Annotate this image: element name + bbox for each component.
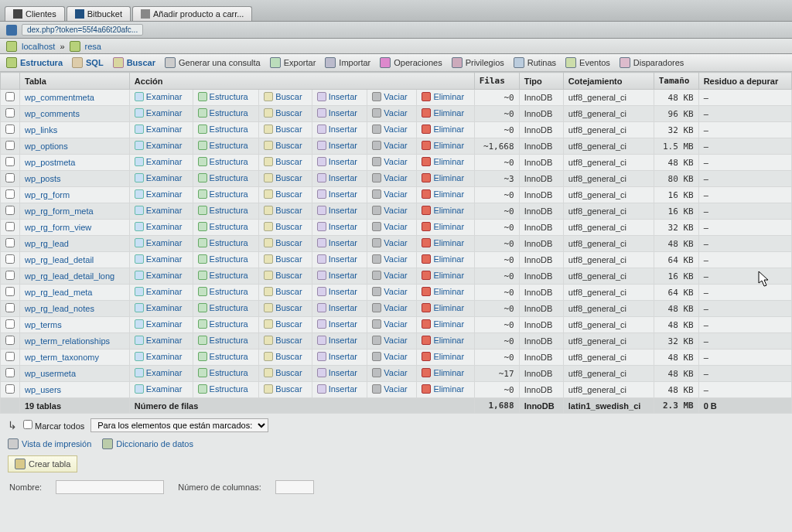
row-checkbox[interactable]: [5, 189, 15, 199]
col-collation[interactable]: Cotejamiento: [563, 73, 654, 90]
row-checkbox[interactable]: [5, 303, 15, 312]
table-name[interactable]: wp_postmeta: [20, 155, 130, 171]
action-search[interactable]: Buscar: [264, 319, 302, 329]
create-name-input[interactable]: [56, 480, 164, 494]
action-browse[interactable]: Examinar: [135, 189, 182, 199]
table-name[interactable]: wp_term_relationships: [20, 333, 130, 350]
action-insert[interactable]: Insertar: [317, 368, 357, 377]
action-drop[interactable]: Eliminar: [422, 124, 464, 134]
breadcrumb-db[interactable]: resa: [85, 42, 101, 51]
action-empty[interactable]: Vaciar: [372, 303, 407, 312]
row-checkbox[interactable]: [5, 352, 15, 361]
action-search[interactable]: Buscar: [264, 368, 302, 377]
action-empty[interactable]: Vaciar: [372, 254, 407, 264]
action-insert[interactable]: Insertar: [317, 384, 357, 394]
action-structure[interactable]: Estructura: [198, 287, 248, 296]
tab-export[interactable]: Exportar: [270, 57, 316, 68]
row-checkbox[interactable]: [5, 157, 15, 166]
action-search[interactable]: Buscar: [264, 141, 302, 150]
action-search[interactable]: Buscar: [264, 206, 302, 215]
action-browse[interactable]: Examinar: [135, 352, 182, 361]
action-drop[interactable]: Eliminar: [422, 206, 464, 215]
table-name[interactable]: wp_rg_lead: [20, 236, 130, 252]
action-structure[interactable]: Estructura: [198, 206, 248, 215]
action-empty[interactable]: Vaciar: [372, 157, 407, 166]
action-structure[interactable]: Estructura: [198, 92, 248, 101]
table-name[interactable]: wp_commentmeta: [20, 90, 130, 106]
action-browse[interactable]: Examinar: [135, 271, 182, 280]
action-drop[interactable]: Eliminar: [422, 368, 464, 377]
nav-back-icon[interactable]: [6, 25, 17, 36]
action-search[interactable]: Buscar: [264, 189, 302, 199]
action-drop[interactable]: Eliminar: [422, 336, 464, 345]
table-name[interactable]: wp_usermeta: [20, 366, 130, 382]
row-checkbox[interactable]: [5, 319, 15, 329]
action-search[interactable]: Buscar: [264, 108, 302, 118]
row-checkbox[interactable]: [5, 141, 15, 150]
action-browse[interactable]: Examinar: [135, 173, 182, 182]
row-checkbox[interactable]: [5, 238, 15, 247]
action-structure[interactable]: Estructura: [198, 271, 248, 280]
row-checkbox[interactable]: [5, 336, 15, 345]
action-structure[interactable]: Estructura: [198, 303, 248, 312]
table-name[interactable]: wp_rg_lead_notes: [20, 301, 130, 317]
action-structure[interactable]: Estructura: [198, 108, 248, 118]
action-empty[interactable]: Vaciar: [372, 92, 407, 101]
action-drop[interactable]: Eliminar: [422, 189, 464, 199]
action-search[interactable]: Buscar: [264, 124, 302, 134]
table-name[interactable]: wp_rg_form_view: [20, 220, 130, 236]
action-structure[interactable]: Estructura: [198, 173, 248, 182]
action-drop[interactable]: Eliminar: [422, 92, 464, 101]
action-browse[interactable]: Examinar: [135, 368, 182, 377]
action-structure[interactable]: Estructura: [198, 352, 248, 361]
action-drop[interactable]: Eliminar: [422, 108, 464, 118]
action-drop[interactable]: Eliminar: [422, 157, 464, 166]
browser-tab-bitbucket[interactable]: Bitbucket: [67, 6, 131, 21]
action-search[interactable]: Buscar: [264, 303, 302, 312]
table-name[interactable]: wp_posts: [20, 171, 130, 187]
action-browse[interactable]: Examinar: [135, 157, 182, 166]
action-insert[interactable]: Insertar: [317, 206, 357, 215]
tab-triggers[interactable]: Disparadores: [620, 57, 684, 68]
action-insert[interactable]: Insertar: [317, 92, 357, 101]
table-name[interactable]: wp_rg_form: [20, 187, 130, 203]
action-insert[interactable]: Insertar: [317, 141, 357, 150]
row-checkbox[interactable]: [5, 254, 15, 264]
row-checkbox[interactable]: [5, 206, 15, 215]
action-structure[interactable]: Estructura: [198, 336, 248, 345]
action-browse[interactable]: Examinar: [135, 222, 182, 231]
action-search[interactable]: Buscar: [264, 336, 302, 345]
action-insert[interactable]: Insertar: [317, 189, 357, 199]
action-drop[interactable]: Eliminar: [422, 271, 464, 280]
tab-operations[interactable]: Operaciones: [380, 57, 442, 68]
action-browse[interactable]: Examinar: [135, 92, 182, 101]
action-search[interactable]: Buscar: [264, 222, 302, 231]
action-search[interactable]: Buscar: [264, 92, 302, 101]
col-overhead[interactable]: Residuo a depurar: [698, 73, 791, 90]
action-browse[interactable]: Examinar: [135, 287, 182, 296]
action-insert[interactable]: Insertar: [317, 271, 357, 280]
action-drop[interactable]: Eliminar: [422, 238, 464, 247]
tab-sql[interactable]: SQL: [72, 57, 104, 68]
action-drop[interactable]: Eliminar: [422, 173, 464, 182]
table-name[interactable]: wp_terms: [20, 317, 130, 333]
action-search[interactable]: Buscar: [264, 352, 302, 361]
action-drop[interactable]: Eliminar: [422, 303, 464, 312]
row-checkbox[interactable]: [5, 287, 15, 296]
col-size[interactable]: Tamaño: [654, 73, 698, 90]
action-drop[interactable]: Eliminar: [422, 254, 464, 264]
create-table-button[interactable]: Crear tabla: [8, 455, 77, 472]
action-browse[interactable]: Examinar: [135, 336, 182, 345]
action-drop[interactable]: Eliminar: [422, 384, 464, 394]
row-checkbox[interactable]: [5, 222, 15, 231]
action-empty[interactable]: Vaciar: [372, 287, 407, 296]
table-name[interactable]: wp_links: [20, 122, 130, 138]
create-cols-input[interactable]: [275, 480, 314, 494]
action-structure[interactable]: Estructura: [198, 141, 248, 150]
action-empty[interactable]: Vaciar: [372, 189, 407, 199]
action-insert[interactable]: Insertar: [317, 108, 357, 118]
check-all-label[interactable]: Marcar todos: [23, 420, 84, 431]
action-drop[interactable]: Eliminar: [422, 287, 464, 296]
action-browse[interactable]: Examinar: [135, 238, 182, 247]
action-empty[interactable]: Vaciar: [372, 206, 407, 215]
